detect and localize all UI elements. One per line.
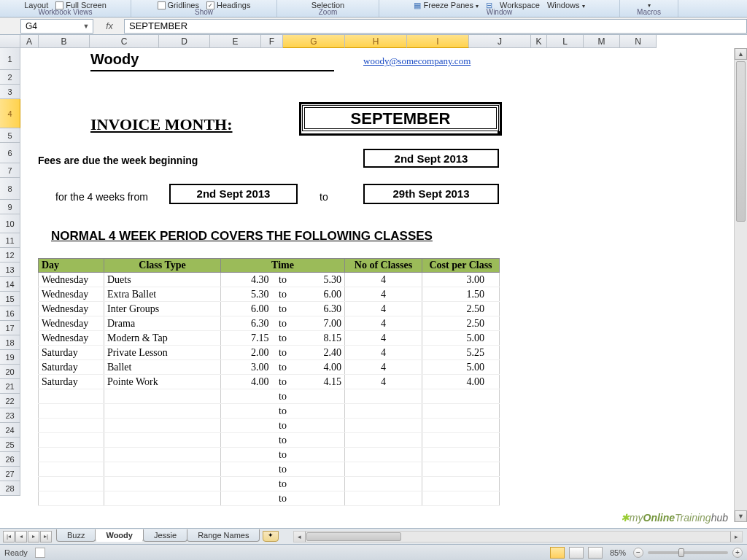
row-header-26[interactable]: 26	[0, 452, 20, 467]
vscroll-thumb[interactable]	[736, 61, 746, 222]
new-sheet-button[interactable]: ✦	[263, 531, 279, 542]
zoom-out-button[interactable]: −	[633, 548, 643, 558]
invoice-month-label: INVOICE MONTH:	[90, 115, 233, 134]
fees-due-label: Fees are due the week beginning	[38, 155, 198, 166]
name-box[interactable]: G4 ▼	[20, 19, 93, 34]
row-header-2[interactable]: 2	[0, 70, 20, 85]
scroll-left-button[interactable]: ◂	[294, 532, 306, 542]
row-header-8[interactable]: 8	[0, 178, 20, 200]
zoom-percent[interactable]: 85%	[607, 548, 629, 557]
ribbon: Layout Full Screen Workbook Views Gridli…	[0, 0, 747, 18]
horizontal-scrollbar[interactable]: ◂ ▸	[293, 531, 743, 542]
row-header-24[interactable]: 24	[0, 423, 20, 438]
zoom-slider[interactable]	[648, 551, 728, 554]
row-header-14[interactable]: 14	[0, 277, 20, 292]
to-label: to	[320, 191, 328, 203]
row-header-27[interactable]: 27	[0, 467, 20, 481]
sheet-tab-woody[interactable]: Woody	[95, 529, 143, 542]
row-header-11[interactable]: 11	[0, 233, 20, 248]
row-header-19[interactable]: 19	[0, 350, 20, 365]
status-ready: Ready	[4, 548, 28, 557]
col-header-H[interactable]: H	[345, 35, 407, 48]
row-header-17[interactable]: 17	[0, 321, 20, 335]
status-bar: Ready 85% − +	[0, 544, 747, 560]
view-pagelayout-button[interactable]	[569, 547, 584, 559]
scroll-right-button[interactable]: ▸	[730, 532, 742, 542]
row-header-28[interactable]: 28	[0, 481, 20, 496]
classes-table: Day Class Type Time No of Classes Cost p…	[38, 258, 500, 506]
switch-windows-button[interactable]: Windows ▾	[547, 1, 585, 9]
formula-bar: G4 ▼ fx SEPTEMBER	[0, 18, 747, 35]
col-header-B[interactable]: B	[39, 35, 90, 48]
col-header-L[interactable]: L	[547, 35, 584, 48]
zoom-slider-thumb[interactable]	[678, 548, 684, 557]
formula-input[interactable]: SEPTEMBER	[124, 19, 747, 34]
row-header-23[interactable]: 23	[0, 408, 20, 423]
col-header-M[interactable]: M	[584, 35, 620, 48]
for-weeks-label: for the 4 weeks from	[55, 191, 148, 203]
sheet-tab-buzz[interactable]: Buzz	[56, 529, 96, 542]
group-label-views: Workbook Views	[38, 8, 92, 16]
spreadsheet-grid[interactable]: ABCDEFGHIJKLMN 1234567891011121314151617…	[0, 35, 747, 522]
row-header-3[interactable]: 3	[0, 85, 20, 99]
row-header-7[interactable]: 7	[0, 163, 20, 178]
row-header-6[interactable]: 6	[0, 143, 20, 163]
row-header-15[interactable]: 15	[0, 292, 20, 306]
col-header-F[interactable]: F	[261, 35, 283, 48]
col-header-K[interactable]: K	[531, 35, 547, 48]
row-header-12[interactable]: 12	[0, 248, 20, 262]
table-row: SaturdayPointe Work4.00to4.1544.00	[39, 375, 500, 389]
view-pagebreak-button[interactable]	[588, 547, 603, 559]
table-row-empty: to	[39, 404, 500, 419]
tab-nav-first[interactable]: |◂	[3, 531, 15, 542]
col-header-J[interactable]: J	[469, 35, 531, 48]
fx-button[interactable]: fx	[95, 21, 124, 31]
fill-handle[interactable]	[498, 131, 502, 136]
table-row: WednesdayInter Groups6.00to6.3042.50	[39, 302, 500, 316]
scroll-up-button[interactable]: ▲	[735, 48, 747, 60]
email-link[interactable]: woody@somecompany.com	[363, 55, 471, 67]
due-date: 2nd Sept 2013	[363, 149, 499, 168]
row-header-18[interactable]: 18	[0, 335, 20, 350]
th-cost: Cost per Class	[422, 259, 500, 273]
section-title: NORMAL 4 WEEK PERIOD COVERS THE FOLLOWIN…	[51, 229, 433, 244]
name-box-dropdown-icon[interactable]: ▼	[81, 23, 91, 30]
row-header-10[interactable]: 10	[0, 214, 20, 233]
row-header-9[interactable]: 9	[0, 200, 20, 214]
gridlines-toggle[interactable]: Gridlines	[158, 1, 199, 9]
table-row: WednesdayDrama6.30to7.0042.50	[39, 316, 500, 331]
row-header-20[interactable]: 20	[0, 365, 20, 379]
tab-nav-last[interactable]: ▸|	[40, 531, 52, 542]
vertical-scrollbar[interactable]: ▲ ▼	[734, 48, 747, 522]
sheet-tabs-bar: |◂ ◂ ▸ ▸| BuzzWoodyJessieRange Names ✦ ◂…	[0, 528, 747, 544]
headings-toggle[interactable]: ✓Headings	[206, 1, 250, 9]
sheet-tab-range-names[interactable]: Range Names	[187, 529, 260, 542]
company-name: Woody	[90, 51, 139, 68]
row-header-1[interactable]: 1	[0, 48, 20, 70]
hscroll-thumb[interactable]	[306, 532, 401, 541]
row-header-21[interactable]: 21	[0, 379, 20, 394]
row-header-4[interactable]: 4	[0, 99, 20, 128]
col-header-E[interactable]: E	[210, 35, 261, 48]
sheet-tab-jessie[interactable]: Jessie	[143, 529, 187, 542]
col-header-G[interactable]: G	[283, 35, 345, 48]
scroll-down-button[interactable]: ▼	[735, 510, 747, 522]
freeze-panes-button[interactable]: ▦ Freeze Panes ▾	[414, 1, 479, 10]
row-header-13[interactable]: 13	[0, 262, 20, 277]
tab-nav-next[interactable]: ▸	[28, 531, 39, 542]
row-header-5[interactable]: 5	[0, 128, 20, 143]
col-header-A[interactable]: A	[20, 35, 39, 48]
table-row: SaturdayBallet3.00to4.0045.00	[39, 360, 500, 375]
col-header-N[interactable]: N	[620, 35, 657, 48]
col-header-D[interactable]: D	[159, 35, 210, 48]
macro-record-icon[interactable]	[35, 548, 45, 558]
row-header-22[interactable]: 22	[0, 394, 20, 408]
row-header-16[interactable]: 16	[0, 306, 20, 321]
zoom-in-button[interactable]: +	[732, 548, 743, 558]
tab-nav-prev[interactable]: ◂	[15, 531, 27, 542]
view-normal-button[interactable]	[550, 547, 565, 559]
col-header-I[interactable]: I	[407, 35, 469, 48]
select-all-corner[interactable]	[0, 35, 20, 48]
row-header-25[interactable]: 25	[0, 438, 20, 452]
col-header-C[interactable]: C	[90, 35, 159, 48]
